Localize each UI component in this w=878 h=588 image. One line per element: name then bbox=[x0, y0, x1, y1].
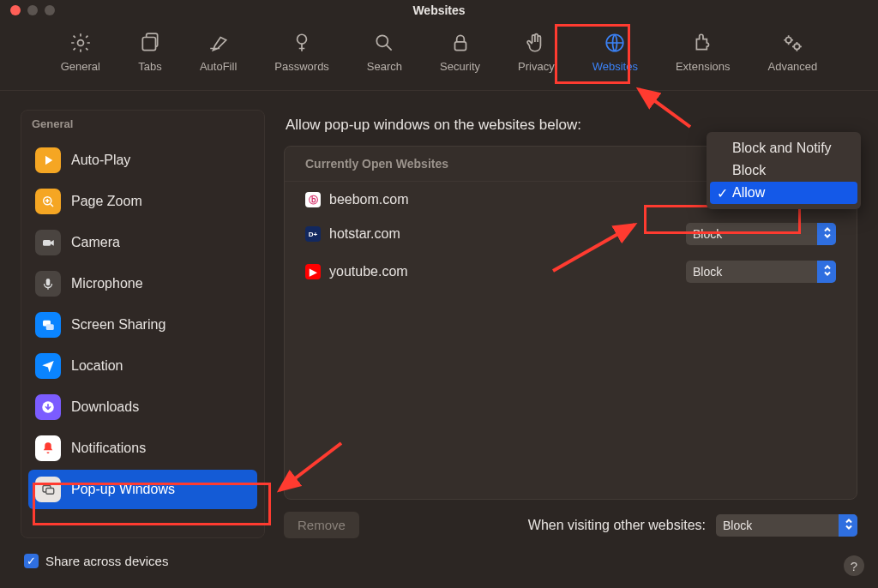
sidebar-item-location[interactable]: Location bbox=[28, 346, 257, 386]
windows-icon bbox=[35, 477, 61, 502]
globe-icon bbox=[603, 31, 627, 55]
site-setting-select[interactable]: Block bbox=[686, 261, 836, 283]
tab-label: AutoFill bbox=[200, 60, 237, 73]
sidebar-item-label: Screen Sharing bbox=[71, 317, 165, 333]
tab-label: Passwords bbox=[274, 60, 329, 73]
svg-point-7 bbox=[795, 44, 801, 50]
sidebar-item-label: Auto-Play bbox=[71, 153, 130, 168]
lock-icon bbox=[448, 31, 472, 55]
tab-label: Extensions bbox=[676, 60, 731, 73]
chevron-updown-icon bbox=[845, 518, 853, 532]
tab-autofill[interactable]: AutoFill bbox=[193, 27, 244, 76]
pen-icon bbox=[207, 31, 231, 55]
tab-label: General bbox=[61, 60, 100, 73]
share-across-devices-label: Share across devices bbox=[45, 554, 168, 568]
popup-option-block-notify[interactable]: Block and Notify bbox=[710, 137, 857, 159]
gears-icon bbox=[780, 31, 804, 55]
sidebar-item-screen-sharing[interactable]: Screen Sharing bbox=[28, 305, 257, 345]
tab-label: Websites bbox=[592, 60, 638, 73]
site-row[interactable]: D+ hotstar.com Block bbox=[298, 219, 843, 249]
tab-passwords[interactable]: Passwords bbox=[268, 27, 336, 76]
favicon: ⓑ bbox=[305, 192, 321, 207]
sidebar-header: General bbox=[21, 111, 264, 135]
share-across-devices-checkbox[interactable]: ✓ bbox=[24, 554, 39, 568]
section-heading: Allow pop-up windows on the websites bel… bbox=[286, 117, 857, 134]
tab-tabs[interactable]: Tabs bbox=[131, 27, 169, 76]
tab-websites[interactable]: Websites bbox=[586, 27, 645, 76]
svg-point-3 bbox=[377, 35, 388, 46]
search-icon bbox=[372, 31, 396, 55]
svg-rect-15 bbox=[46, 489, 54, 495]
tab-label: Tabs bbox=[138, 60, 161, 73]
svg-point-6 bbox=[786, 38, 792, 44]
help-button[interactable]: ? bbox=[844, 555, 864, 576]
zoom-icon bbox=[35, 189, 61, 214]
tab-privacy[interactable]: Privacy bbox=[511, 27, 562, 76]
hand-icon bbox=[524, 31, 548, 55]
location-icon bbox=[35, 353, 61, 379]
other-websites-label: When visiting other websites: bbox=[528, 518, 706, 533]
svg-rect-1 bbox=[142, 38, 155, 51]
site-domain: beebom.com bbox=[329, 192, 409, 207]
site-domain: youtube.com bbox=[329, 264, 408, 279]
sidebar-item-label: Camera bbox=[71, 235, 120, 250]
microphone-icon bbox=[35, 271, 61, 297]
sidebar-item-label: Pop-up Windows bbox=[71, 482, 175, 497]
sidebar-item-downloads[interactable]: Downloads bbox=[28, 387, 257, 427]
tab-label: Privacy bbox=[518, 60, 555, 73]
popup-option-block[interactable]: Block bbox=[710, 159, 857, 182]
site-setting-select[interactable]: Block bbox=[686, 223, 836, 245]
content-pane: Allow pop-up windows on the websites bel… bbox=[284, 110, 857, 538]
sidebar-item-auto-play[interactable]: Auto-Play bbox=[28, 141, 257, 180]
setting-popup-menu: Block and Notify Block Allow bbox=[707, 132, 861, 209]
tab-general[interactable]: General bbox=[54, 27, 107, 76]
sidebar-item-label: Microphone bbox=[71, 276, 143, 291]
tab-label: Search bbox=[367, 60, 402, 73]
camera-icon bbox=[35, 230, 61, 255]
chevron-updown-icon bbox=[823, 227, 832, 242]
svg-point-0 bbox=[77, 40, 83, 46]
sidebar-item-label: Page Zoom bbox=[71, 194, 142, 209]
tabs-icon bbox=[138, 31, 162, 55]
site-row[interactable]: ▶ youtube.com Block bbox=[298, 257, 843, 286]
remove-button[interactable]: Remove bbox=[284, 512, 359, 538]
sidebar-item-label: Downloads bbox=[71, 399, 139, 415]
svg-point-2 bbox=[298, 34, 307, 44]
site-domain: hotstar.com bbox=[329, 226, 400, 242]
window-title: Websites bbox=[0, 3, 878, 17]
tab-security[interactable]: Security bbox=[433, 27, 487, 76]
popup-option-allow[interactable]: Allow bbox=[710, 182, 857, 204]
sidebar-item-notifications[interactable]: Notifications bbox=[28, 429, 257, 468]
tab-extensions[interactable]: Extensions bbox=[669, 27, 737, 76]
websites-sidebar: General Auto-Play Page Zoom Camera Micro… bbox=[21, 110, 265, 538]
sidebar-item-page-zoom[interactable]: Page Zoom bbox=[28, 182, 257, 221]
select-value: Block bbox=[693, 227, 722, 241]
bell-icon bbox=[35, 435, 61, 461]
gear-icon bbox=[69, 31, 93, 55]
sidebar-item-label: Notifications bbox=[71, 441, 146, 456]
sidebar-item-camera[interactable]: Camera bbox=[28, 223, 257, 262]
sidebar-item-popup-windows[interactable]: Pop-up Windows bbox=[28, 470, 257, 509]
chevron-updown-icon bbox=[823, 265, 832, 279]
tab-search[interactable]: Search bbox=[360, 27, 409, 76]
select-value: Block bbox=[723, 519, 752, 532]
key-icon bbox=[290, 31, 314, 55]
svg-rect-10 bbox=[46, 279, 51, 285]
sidebar-item-microphone[interactable]: Microphone bbox=[28, 264, 257, 303]
sidebar-item-label: Location bbox=[71, 358, 123, 374]
download-icon bbox=[35, 394, 61, 420]
tab-advanced[interactable]: Advanced bbox=[761, 27, 824, 76]
other-websites-select[interactable]: Block bbox=[716, 514, 857, 537]
puzzle-icon bbox=[691, 31, 715, 55]
svg-rect-9 bbox=[43, 240, 51, 246]
preferences-toolbar: General Tabs AutoFill Passwords Search S… bbox=[0, 21, 878, 91]
tab-label: Advanced bbox=[767, 60, 817, 73]
favicon: ▶ bbox=[305, 264, 321, 279]
svg-rect-12 bbox=[46, 324, 54, 330]
tab-label: Security bbox=[440, 60, 480, 73]
screens-icon bbox=[35, 312, 61, 338]
select-value: Block bbox=[693, 265, 722, 279]
svg-rect-4 bbox=[454, 42, 466, 51]
play-icon bbox=[35, 147, 61, 173]
favicon: D+ bbox=[305, 226, 321, 242]
